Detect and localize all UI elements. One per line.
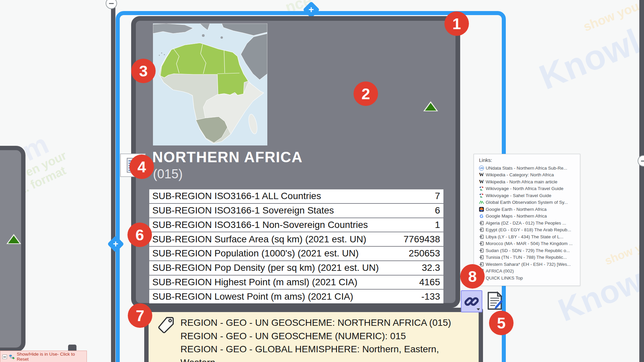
watermark-text: show you	[581, 0, 641, 34]
link-item[interactable]: UNUNdata Stats - Northern Africa Sub-Re.…	[479, 165, 577, 172]
dropdown-caret-icon	[477, 308, 480, 310]
link-item[interactable]: QUICK LINKS Top	[479, 275, 577, 282]
table-row[interactable]: SUB-REGION Pop Density (per sq km) (2021…	[149, 261, 443, 275]
links-popup-title: Links:	[479, 157, 577, 163]
callout-badge-1: 1	[444, 11, 469, 36]
callout-badge-4: 4	[129, 155, 154, 179]
edit-note-button[interactable]	[486, 291, 504, 311]
collapse-box-icon	[2, 355, 7, 359]
link-item[interactable]: Algeria (DZ - DZA - 012) The Peoples ...	[479, 220, 577, 227]
watermark-text: show yo	[603, 238, 644, 267]
callout-badge-6: 6	[127, 223, 152, 247]
table-row-value: 1	[435, 220, 440, 230]
link-item-label: Libya (LY - LBY - 434) The State of L...	[486, 234, 564, 239]
link-item[interactable]: WWikipedia - North Africa main article	[479, 178, 577, 185]
link-item[interactable]: Egypt (EG - EGY - 818) The Arab Repub...	[479, 227, 577, 234]
watermark-text: en your	[23, 148, 69, 179]
link-item[interactable]: GGoogle Maps - Northern Africa	[479, 213, 577, 220]
link-item[interactable]: Western Sahara* (EH - ESH - 732) [Wes...	[479, 261, 577, 268]
link-item[interactable]: Tunisia (TN - TUN - 788) The Republic...	[479, 254, 577, 261]
import-link-icon	[479, 248, 484, 253]
table-row-value: 250653	[409, 248, 440, 259]
table-row-value: 4165	[419, 277, 440, 288]
link-item-label: Google Earth - Northern Africa	[486, 207, 547, 212]
link-item-label: AFRICA (002)	[486, 268, 514, 274]
show-hide-toast[interactable]: Show/Hide is in Use- Click to Reset	[0, 351, 87, 362]
table-row[interactable]: SUB-REGION Population (1000's) (2021 est…	[149, 247, 443, 260]
link-item[interactable]: Google Earth - Northern Africa	[479, 206, 577, 213]
table-row-label: SUB-REGION Lowest Point (m ams) (2021 CI…	[152, 291, 353, 302]
tag-icon	[157, 316, 175, 334]
wikipedia-icon: W	[479, 179, 484, 184]
africa-map-image	[153, 23, 267, 145]
note-line: REGION - GEO - UN GEOSCHEME: NORTHERN AF…	[180, 316, 479, 329]
node-title: NORTHERN AFRICA	[152, 149, 303, 166]
note-line: REGION - GEO - UN GEOSCHEME (NUMERIC): 0…	[180, 329, 479, 343]
link-icon	[464, 294, 479, 309]
google-earth-icon	[479, 207, 484, 212]
link-item-label: Algeria (DZ - DZA - 012) The Peoples ...	[486, 221, 566, 226]
expand-triangle-icon[interactable]	[425, 103, 436, 111]
wikipedia-icon: W	[479, 172, 484, 177]
links-popup: Links: UNUNdata Stats - Northern Africa …	[474, 154, 580, 286]
link-item-label: Wikivoyage - Sahel Travel Guide	[486, 193, 551, 198]
link-item-label: Wikipedia - North Africa main article	[486, 179, 557, 184]
link-item-label: Western Sahara* (EH - ESH - 732) [Wes...	[486, 262, 571, 267]
watermark-text: Knowled	[534, 6, 644, 98]
table-row[interactable]: SUB-REGION ISO3166-1 ALL Countries7	[149, 189, 443, 203]
un-icon: UN	[479, 166, 484, 171]
links-list: UNUNdata Stats - Northern Africa Sub-Re.…	[479, 165, 577, 282]
table-row[interactable]: SUB-REGION ISO3166-1 Non-Sovereign Count…	[149, 218, 443, 232]
link-item-label: Wikivoyage - North Africa Travel Guide	[486, 186, 564, 191]
link-item-label: Tunisia (TN - TUN - 788) The Republic...	[486, 255, 567, 260]
collapse-minus-icon-right[interactable]	[638, 155, 644, 167]
link-item-label: UNdata Stats - Northern Africa Sub-Re...	[486, 166, 567, 171]
connector-line	[111, 0, 115, 362]
table-row-label: SUB-REGION ISO3166-1 Sovereign States	[152, 205, 334, 216]
link-item[interactable]: Sudan (SD - SDN - 729) The Republic o...	[479, 247, 577, 254]
callout-badge-2: 2	[354, 81, 378, 106]
import-link-icon	[479, 255, 484, 260]
note-line: REGION - GEO - GLOBAL HEMISPHERE: Northe…	[180, 343, 479, 362]
node-code: (015)	[153, 167, 183, 181]
toast-text: Show/Hide is in Use- Click to Reset	[17, 352, 84, 362]
link-item[interactable]: AFRICA (002)	[479, 268, 577, 275]
collapse-triangle-icon[interactable]	[8, 236, 19, 243]
link-item[interactable]: Wikivoyage - North Africa Travel Guide	[479, 185, 577, 192]
callout-badge-3: 3	[131, 59, 156, 83]
table-row[interactable]: SUB-REGION Highest Point (m amsl) (2021 …	[149, 276, 443, 289]
note-text: REGION - GEO - UN GEOSCHEME: NORTHERN AF…	[180, 316, 479, 362]
link-item[interactable]: Morocco (MA - MAR - 504) The Kingdom ...	[479, 240, 577, 247]
import-link-icon	[479, 241, 484, 246]
node-tree-icon	[9, 354, 15, 360]
table-row[interactable]: SUB-REGION Surface Area (sq km) (2021 es…	[149, 232, 443, 246]
neighbor-node-left[interactable]	[0, 146, 25, 352]
link-item[interactable]: Wikivoyage - Sahel Travel Guide	[479, 192, 577, 199]
table-row-label: SUB-REGION Pop Density (per sq km) (2021…	[152, 262, 379, 273]
import-link-icon	[479, 234, 484, 239]
link-item-label: Global Earth Observation System of Sy...	[486, 200, 568, 205]
links-button[interactable]	[461, 290, 482, 312]
link-item[interactable]: Libya (LY - LBY - 434) The State of L...	[479, 233, 577, 240]
table-row[interactable]: SUB-REGION ISO3166-1 Sovereign States6	[149, 204, 443, 218]
note-box[interactable]: REGION - GEO - UN GEOSCHEME: NORTHERN AF…	[144, 308, 483, 362]
google-icon: G	[479, 214, 484, 219]
stats-table: SUB-REGION ISO3166-1 ALL Countries7SUB-R…	[149, 189, 443, 303]
table-row-label: SUB-REGION ISO3166-1 Non-Sovereign Count…	[152, 220, 368, 230]
plus-icon: +	[113, 240, 118, 249]
link-item-label: QUICK LINKS Top	[486, 276, 523, 281]
table-row-value: -133	[421, 291, 440, 302]
canvas[interactable]: Knowledshow youKnowledshow yomen yourat.…	[0, 0, 644, 362]
import-link-icon	[479, 221, 484, 226]
callout-badge-5: 5	[489, 311, 514, 335]
topic-card-northern-africa[interactable]: NORTHERN AFRICA (015) SUB-REGION ISO3166…	[131, 16, 460, 308]
link-item[interactable]: WWikipedia - Category: North Africa	[479, 172, 577, 179]
table-row[interactable]: SUB-REGION Lowest Point (m ams) (2021 CI…	[149, 290, 443, 303]
table-row-value: 32.3	[422, 262, 440, 273]
table-row-value: 7	[435, 191, 440, 201]
neighbor-connector-right	[639, 0, 644, 362]
link-item[interactable]: Global Earth Observation System of Sy...	[479, 199, 577, 206]
table-row-value: 6	[435, 205, 440, 216]
import-link-icon	[479, 262, 484, 267]
plus-icon: +	[309, 5, 314, 14]
